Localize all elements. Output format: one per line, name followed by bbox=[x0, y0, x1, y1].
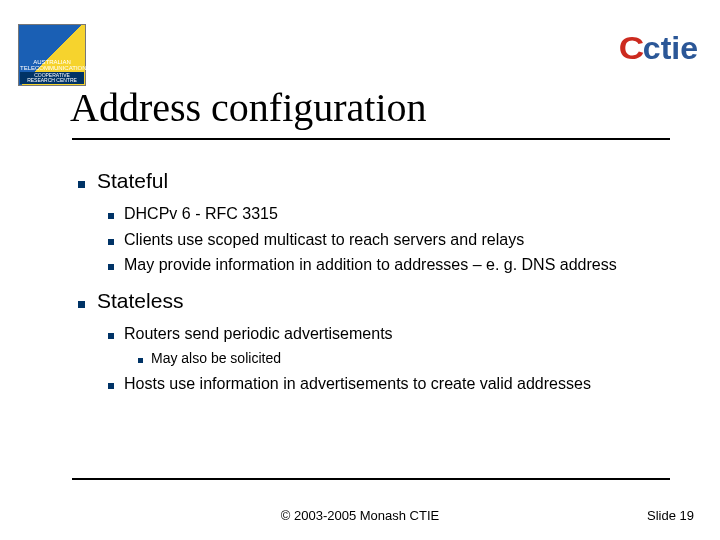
bullet-stateless-routers-sub: May also be solicited bbox=[138, 349, 698, 367]
logo-left-line3: COOPERATIVE RESEARCH CENTRE bbox=[20, 72, 84, 85]
square-bullet-icon bbox=[78, 301, 85, 308]
bullet-stateless-label: Stateless bbox=[97, 288, 698, 313]
square-bullet-icon bbox=[138, 358, 143, 363]
bullet-stateful-item: May provide information in addition to a… bbox=[108, 254, 698, 276]
logo-right: Cctie bbox=[620, 30, 698, 67]
bullet-text: Clients use scoped multicast to reach se… bbox=[124, 229, 698, 251]
bullet-text: DHCPv 6 - RFC 3315 bbox=[124, 203, 698, 225]
square-bullet-icon bbox=[108, 239, 114, 245]
bullet-text: May provide information in addition to a… bbox=[124, 254, 698, 276]
bullet-stateful-item: DHCPv 6 - RFC 3315 bbox=[108, 203, 698, 225]
bullet-stateful-label: Stateful bbox=[97, 168, 698, 193]
square-bullet-icon bbox=[78, 181, 85, 188]
bullet-stateless-routers: Routers send periodic advertisements bbox=[108, 323, 698, 345]
logo-left: AUSTRALIAN TELECOMMUNICATIONS COOPERATIV… bbox=[18, 24, 86, 86]
logo-right-accent: C bbox=[619, 30, 644, 67]
bullet-text: Hosts use information in advertisements … bbox=[124, 373, 698, 395]
slide-body: Stateful DHCPv 6 - RFC 3315 Clients use … bbox=[78, 166, 698, 399]
divider-bottom bbox=[72, 478, 670, 480]
square-bullet-icon bbox=[108, 264, 114, 270]
bullet-stateful: Stateful bbox=[78, 168, 698, 193]
divider-top bbox=[72, 138, 670, 140]
bullet-text: Routers send periodic advertisements bbox=[124, 323, 698, 345]
square-bullet-icon bbox=[108, 213, 114, 219]
bullet-stateless: Stateless bbox=[78, 288, 698, 313]
footer-slide-number: Slide 19 bbox=[647, 508, 694, 523]
bullet-stateful-item: Clients use scoped multicast to reach se… bbox=[108, 229, 698, 251]
square-bullet-icon bbox=[108, 383, 114, 389]
logo-right-brand: ctie bbox=[643, 30, 698, 66]
bullet-text: May also be solicited bbox=[151, 349, 698, 367]
slide-title: Address configuration bbox=[70, 84, 427, 131]
footer-copyright: © 2003-2005 Monash CTIE bbox=[0, 508, 720, 523]
square-bullet-icon bbox=[108, 333, 114, 339]
bullet-stateless-hosts: Hosts use information in advertisements … bbox=[108, 373, 698, 395]
